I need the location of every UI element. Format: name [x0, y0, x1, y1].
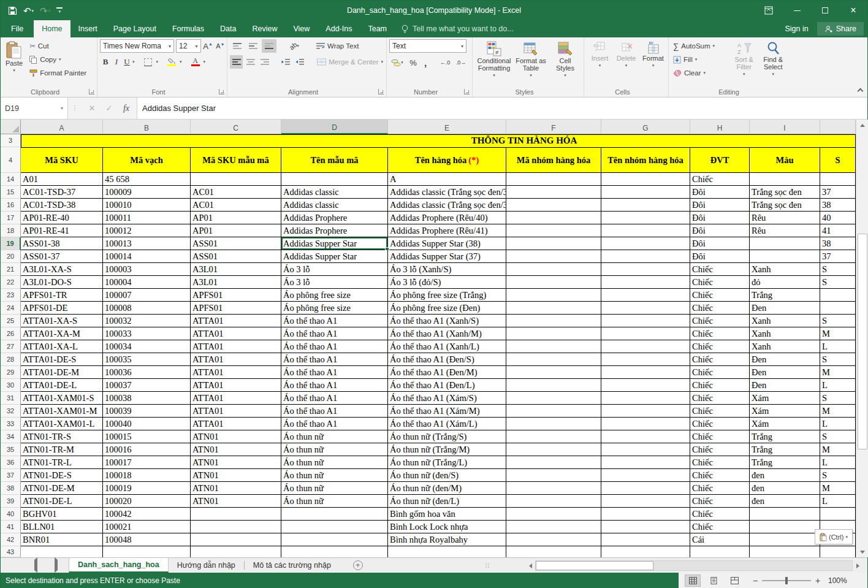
ribbon-tab-team[interactable]: Team	[360, 20, 395, 37]
cell[interactable]	[820, 546, 856, 557]
cut-button[interactable]: ✂Cut	[28, 39, 88, 53]
cell[interactable]: ATTA01	[191, 392, 281, 405]
cell[interactable]: 100003	[103, 263, 191, 276]
paste-options-button[interactable]: (Ctrl) ▾	[815, 529, 853, 544]
cell[interactable]	[601, 315, 690, 327]
cell[interactable]: AP01	[191, 224, 281, 237]
insert-cells-button[interactable]: Insert▾	[587, 39, 613, 71]
cell[interactable]: Addidas Supper Star (37)	[388, 250, 506, 263]
cell[interactable]	[506, 469, 601, 482]
cell[interactable]: M	[820, 327, 856, 340]
wrap-text-button[interactable]: Wrap Text	[314, 39, 360, 53]
cell[interactable]: 100013	[103, 237, 191, 250]
cell[interactable]: 100011	[103, 212, 191, 224]
cell[interactable]: Addidas classic	[281, 186, 388, 199]
cell[interactable]	[191, 546, 281, 557]
row-number[interactable]: 37	[1, 469, 21, 482]
orientation-button[interactable]: ab▾	[285, 39, 303, 53]
cell[interactable]	[506, 508, 601, 521]
cell[interactable]: ATN01-TR-L	[21, 456, 103, 469]
delete-cells-button[interactable]: Delete▾	[613, 39, 639, 71]
font-name-combo[interactable]: Times New Roma▾	[100, 39, 174, 53]
cell[interactable]: ATN01-TR-M	[21, 443, 103, 456]
cell[interactable]: đen	[750, 469, 820, 482]
cell[interactable]: Bình Lock Lock nhựa	[388, 521, 506, 533]
decrease-indent-button[interactable]	[279, 55, 292, 69]
row-number[interactable]: 27	[1, 340, 21, 353]
cell[interactable]: Áo 3 lỗ	[281, 263, 388, 276]
cell[interactable]: Áo thun nữ (đen/L)	[388, 495, 506, 508]
row-number[interactable]: 31	[1, 392, 21, 405]
sort-filter-button[interactable]: AZ Sort & Filter▾	[729, 39, 759, 80]
cell[interactable]	[750, 533, 820, 546]
cell[interactable]: Áo thun nữ	[281, 469, 388, 482]
cell[interactable]: Addidas Prophere	[281, 212, 388, 224]
cell[interactable]: ATTA01	[191, 405, 281, 418]
zoom-in-button[interactable]: +	[815, 576, 821, 586]
row-number[interactable]: 15	[1, 186, 21, 199]
header-cell[interactable]: Tên nhóm hàng hóa	[601, 147, 690, 173]
cell[interactable]	[506, 456, 601, 469]
scroll-right-button[interactable]	[853, 560, 862, 571]
vertical-scrollbar[interactable]	[856, 120, 868, 557]
row-number[interactable]: 25	[1, 315, 21, 327]
cell[interactable]	[506, 237, 601, 250]
cell[interactable]: Áo thể thao A1 (Xám/S)	[388, 392, 506, 405]
cell[interactable]: Chiếc	[690, 263, 750, 276]
cell[interactable]: Áo thể thao A1 (Xanh/L)	[388, 340, 506, 353]
cell[interactable]	[506, 392, 601, 405]
cell[interactable]: ASS01-38	[21, 237, 103, 250]
accounting-format-button[interactable]: ▾	[389, 56, 405, 69]
cell[interactable]	[506, 366, 601, 379]
cell[interactable]: 100004	[103, 276, 191, 289]
cell[interactable]: Trắng	[750, 456, 820, 469]
cell[interactable]: 100035	[103, 353, 191, 366]
clear-button[interactable]: Clear▾	[671, 66, 729, 80]
format-cells-button[interactable]: Format▾	[639, 39, 667, 71]
zoom-slider-handle[interactable]	[785, 577, 788, 584]
cell[interactable]: S	[820, 276, 856, 289]
scroll-left-button[interactable]	[525, 560, 535, 571]
cell[interactable]: Chiếc	[690, 495, 750, 508]
cell[interactable]	[601, 276, 690, 289]
cell[interactable]: 100032	[103, 315, 191, 327]
horizontal-scrollbar-thumb[interactable]	[536, 561, 653, 570]
cell[interactable]	[750, 508, 820, 521]
cell[interactable]	[601, 250, 690, 263]
cell[interactable]: Áo thể thao A1 (Xanh/M)	[388, 327, 506, 340]
cell[interactable]	[601, 289, 690, 302]
cell[interactable]	[601, 237, 690, 250]
cell[interactable]: Đôi	[690, 250, 750, 263]
cell[interactable]	[601, 224, 690, 237]
cell[interactable]: 100036	[103, 366, 191, 379]
cell[interactable]: APFS01-DE	[21, 302, 103, 315]
cell[interactable]: ATN01-DE-L	[21, 495, 103, 508]
cell[interactable]: Áo thể thao A1 (Xanh/S)	[388, 315, 506, 327]
cell[interactable]: A	[388, 173, 506, 186]
sheet-tab-3[interactable]: Mô tả các trường nhập	[245, 558, 340, 573]
cell[interactable]: Addidas Prophere (Rêu/40)	[388, 212, 506, 224]
cell[interactable]: Chiếc	[690, 405, 750, 418]
cell[interactable]: ATTA01	[191, 340, 281, 353]
cell[interactable]	[506, 199, 601, 212]
header-cell[interactable]: ĐVT	[690, 147, 750, 173]
cell[interactable]	[750, 173, 820, 186]
cell[interactable]: Đôi	[690, 186, 750, 199]
cell[interactable]: Áo thể thao A1 (Xám/M)	[388, 405, 506, 418]
zoom-slider[interactable]	[762, 580, 811, 581]
ribbon-tab-view[interactable]: View	[285, 20, 318, 37]
column-header-C[interactable]: C	[191, 120, 281, 134]
cell[interactable]: Áo 3 lỗ (đỏ/S)	[388, 276, 506, 289]
cell[interactable]: ATN01	[191, 430, 281, 443]
cell[interactable]	[820, 302, 856, 315]
cell[interactable]: 100048	[103, 533, 191, 546]
cell[interactable]: Áo thể thao A1	[281, 315, 388, 327]
column-header-F[interactable]: F	[506, 120, 601, 134]
row-number[interactable]: 17	[1, 212, 21, 224]
cell[interactable]	[750, 546, 820, 557]
ribbon-tab-file[interactable]: File	[1, 20, 34, 37]
cell[interactable]: S	[820, 430, 856, 443]
cell[interactable]	[601, 173, 690, 186]
cell[interactable]	[601, 546, 690, 557]
cell[interactable]	[506, 482, 601, 495]
